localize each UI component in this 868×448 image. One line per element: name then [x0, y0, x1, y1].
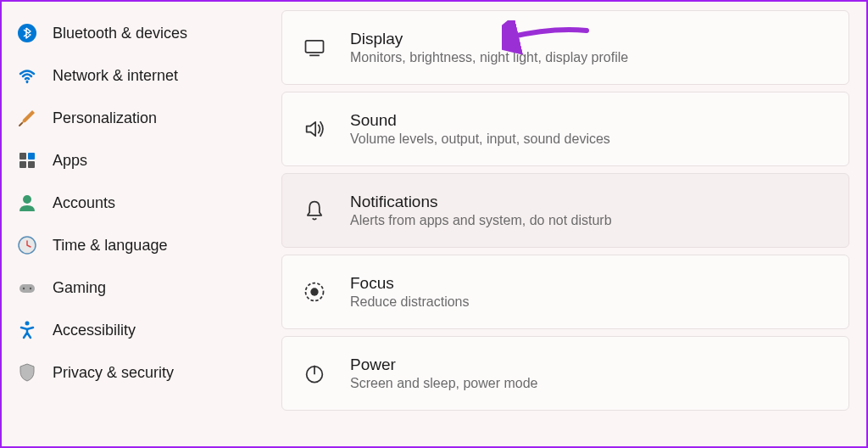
card-focus[interactable]: Focus Reduce distractions — [281, 255, 849, 329]
card-notifications[interactable]: Notifications Alerts from apps and syste… — [281, 173, 849, 248]
svg-rect-12 — [306, 41, 324, 53]
sidebar-item-bluetooth[interactable]: Bluetooth & devices — [2, 12, 281, 54]
svg-point-9 — [23, 288, 25, 289]
accessibility-icon — [17, 320, 37, 340]
card-content: Power Screen and sleep, power mode — [350, 356, 537, 391]
brush-icon — [17, 108, 37, 128]
svg-point-6 — [23, 195, 31, 204]
svg-rect-3 — [28, 153, 35, 160]
card-display[interactable]: Display Monitors, brightness, night ligh… — [281, 10, 849, 85]
sidebar-item-label: Accessibility — [53, 322, 136, 339]
bell-icon — [303, 199, 326, 222]
sidebar-item-time[interactable]: Time & language — [2, 224, 281, 266]
card-title: Power — [350, 356, 537, 374]
shield-icon — [17, 362, 37, 383]
main-content: Display Monitors, brightness, night ligh… — [281, 2, 866, 446]
person-icon — [17, 193, 37, 213]
sidebar-item-label: Apps — [53, 152, 87, 170]
card-subtitle: Reduce distractions — [350, 294, 470, 310]
card-subtitle: Alerts from apps and system, do not dist… — [350, 213, 612, 228]
svg-rect-4 — [19, 161, 26, 168]
gamepad-icon — [17, 277, 37, 298]
svg-point-0 — [18, 24, 36, 42]
card-title: Sound — [350, 111, 610, 130]
sidebar-item-label: Network & internet — [53, 67, 178, 85]
svg-point-11 — [25, 322, 30, 326]
sidebar-item-accounts[interactable]: Accounts — [2, 182, 281, 224]
card-content: Focus Reduce distractions — [350, 274, 470, 310]
card-content: Notifications Alerts from apps and syste… — [350, 193, 612, 228]
sidebar-item-network[interactable]: Network & internet — [2, 54, 281, 97]
apps-icon — [17, 150, 37, 171]
monitor-icon — [303, 36, 326, 59]
svg-rect-8 — [19, 284, 35, 293]
svg-rect-5 — [28, 161, 35, 168]
wifi-icon — [17, 65, 37, 86]
svg-rect-2 — [19, 153, 26, 160]
card-title: Display — [350, 30, 628, 48]
sidebar-item-label: Privacy & security — [53, 364, 174, 382]
sidebar-item-label: Accounts — [53, 194, 115, 212]
sidebar: Bluetooth & devices Network & internet P… — [2, 2, 281, 446]
sidebar-item-label: Personalization — [53, 109, 157, 127]
card-title: Focus — [350, 274, 470, 293]
card-sound[interactable]: Sound Volume levels, output, input, soun… — [281, 92, 849, 166]
svg-point-1 — [26, 81, 29, 83]
sidebar-item-label: Time & language — [53, 237, 167, 255]
clock-icon — [17, 235, 37, 255]
svg-point-15 — [310, 288, 318, 295]
card-content: Display Monitors, brightness, night ligh… — [350, 30, 628, 65]
card-subtitle: Volume levels, output, input, sound devi… — [350, 132, 610, 147]
svg-point-10 — [30, 288, 31, 289]
speaker-icon — [303, 117, 326, 141]
focus-icon — [303, 280, 326, 304]
bluetooth-icon — [17, 23, 37, 43]
card-title: Notifications — [350, 193, 612, 211]
sidebar-item-accessibility[interactable]: Accessibility — [2, 309, 281, 351]
sidebar-item-personalization[interactable]: Personalization — [2, 97, 281, 139]
sidebar-item-label: Bluetooth & devices — [53, 25, 187, 42]
card-subtitle: Screen and sleep, power mode — [350, 376, 537, 391]
card-subtitle: Monitors, brightness, night light, displ… — [350, 50, 628, 65]
sidebar-item-privacy[interactable]: Privacy & security — [2, 351, 281, 394]
sidebar-item-label: Gaming — [53, 279, 106, 297]
sidebar-item-gaming[interactable]: Gaming — [2, 266, 281, 309]
card-content: Sound Volume levels, output, input, soun… — [350, 111, 610, 147]
card-power[interactable]: Power Screen and sleep, power mode — [281, 336, 849, 411]
power-icon — [303, 361, 326, 385]
sidebar-item-apps[interactable]: Apps — [2, 139, 281, 182]
